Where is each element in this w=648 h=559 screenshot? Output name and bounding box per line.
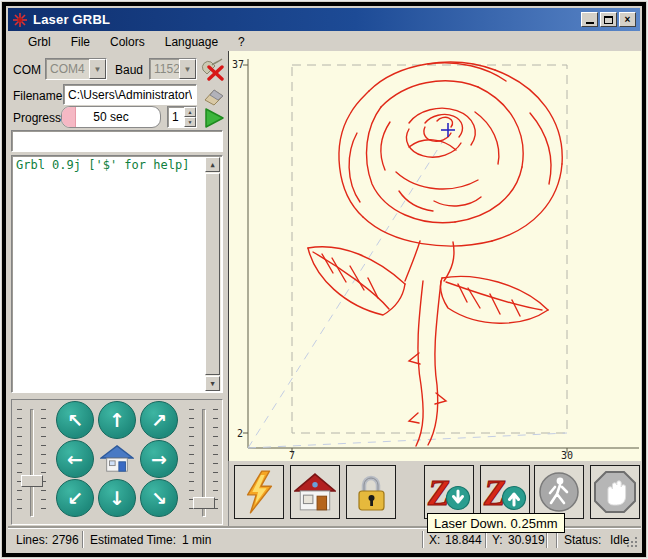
play-button[interactable] bbox=[203, 107, 225, 129]
slider-thumb[interactable] bbox=[21, 475, 43, 487]
time-value: 1 min bbox=[182, 533, 211, 547]
progress-bar: 50 sec bbox=[61, 106, 161, 128]
baud-label: Baud bbox=[115, 63, 143, 77]
lightning-icon bbox=[240, 468, 278, 516]
app-window: Laser GRBL × Grbl File Colors Language ?… bbox=[0, 0, 648, 559]
close-button[interactable]: × bbox=[619, 12, 636, 27]
window-title: Laser GRBL bbox=[33, 12, 579, 27]
slider-ticks bbox=[17, 409, 22, 509]
scroll-up-button[interactable]: ▲ bbox=[205, 157, 220, 172]
x-value: 18.844 bbox=[445, 533, 482, 547]
jog-speed-slider[interactable] bbox=[30, 409, 34, 517]
command-input[interactable] bbox=[11, 130, 223, 152]
scrollbar-thumb[interactable] bbox=[205, 173, 220, 375]
status-divider bbox=[422, 531, 424, 548]
com-label: COM bbox=[13, 63, 41, 77]
console-log[interactable]: Grbl 0.9j ['$' for help] ▲ ▼ bbox=[11, 155, 223, 393]
bounds-box bbox=[292, 65, 567, 433]
jog-home-button[interactable] bbox=[98, 440, 136, 478]
rose-artwork bbox=[308, 62, 562, 446]
spin-down-button[interactable]: ▼ bbox=[184, 117, 196, 127]
minimize-icon bbox=[586, 22, 594, 24]
slider-ticks bbox=[189, 409, 194, 509]
laser-down-button[interactable]: Z bbox=[424, 465, 474, 519]
maximize-icon bbox=[604, 16, 613, 24]
menu-bar: Grbl File Colors Language ? bbox=[8, 32, 640, 51]
preview-canvas[interactable]: 37 2 7 30 bbox=[228, 51, 641, 461]
baud-rate-value: 115200 bbox=[150, 59, 179, 79]
scroll-down-button[interactable]: ▼ bbox=[205, 376, 220, 391]
laser-app-icon bbox=[12, 12, 28, 28]
menu-colors[interactable]: Colors bbox=[100, 33, 155, 51]
minimize-button[interactable] bbox=[581, 12, 598, 27]
clear-file-button[interactable] bbox=[202, 86, 226, 106]
svg-text:Z: Z bbox=[427, 473, 450, 513]
jog-down-right-button[interactable]: ↘ bbox=[140, 479, 178, 517]
walking-person-icon bbox=[538, 471, 580, 513]
jog-down-left-button[interactable]: ↙ bbox=[56, 479, 94, 517]
progress-label: Progress bbox=[13, 111, 61, 125]
maximize-button[interactable] bbox=[600, 12, 617, 27]
status-label: Status: bbox=[564, 533, 601, 547]
slider-ticks bbox=[41, 409, 46, 509]
console-line: Grbl 0.9j ['$' for help] bbox=[12, 156, 222, 172]
passes-value: 1 bbox=[168, 107, 184, 127]
status-divider bbox=[546, 531, 548, 548]
axis-y-max: 37 bbox=[232, 59, 244, 70]
jog-right-button[interactable]: → bbox=[140, 440, 178, 478]
axis-x-min: 7 bbox=[289, 450, 295, 461]
laser-up-button[interactable]: Z bbox=[480, 465, 530, 519]
stop-button[interactable] bbox=[590, 465, 640, 519]
progress-time: 50 sec bbox=[62, 107, 160, 127]
home-icon bbox=[100, 444, 134, 474]
menu-help[interactable]: ? bbox=[228, 33, 255, 51]
stop-hand-icon bbox=[593, 470, 637, 514]
jog-down-button[interactable]: ↓ bbox=[98, 479, 136, 517]
resize-grip[interactable] bbox=[625, 535, 638, 548]
frame-run-button[interactable] bbox=[534, 465, 584, 519]
com-port-select[interactable]: COM4 ▼ bbox=[45, 58, 107, 80]
spin-up-button[interactable]: ▲ bbox=[184, 107, 196, 117]
jog-left-button[interactable]: ← bbox=[56, 440, 94, 478]
jog-up-button[interactable]: ↑ bbox=[98, 401, 136, 439]
lines-value: 2796 bbox=[52, 533, 79, 547]
title-bar[interactable]: Laser GRBL × bbox=[8, 8, 640, 31]
filename-label: Filename bbox=[13, 89, 62, 103]
filename-input[interactable] bbox=[63, 84, 197, 105]
menu-file[interactable]: File bbox=[61, 33, 100, 51]
disconnect-button[interactable] bbox=[199, 57, 225, 81]
connect-button[interactable] bbox=[234, 465, 284, 519]
console-scrollbar[interactable]: ▲ ▼ bbox=[205, 157, 221, 391]
go-home-button[interactable] bbox=[290, 465, 340, 519]
status-divider bbox=[556, 531, 558, 548]
lock-icon bbox=[351, 470, 391, 514]
unlock-button[interactable] bbox=[346, 465, 396, 519]
y-value: 30.919 bbox=[508, 533, 545, 547]
slider-thumb[interactable] bbox=[193, 497, 215, 509]
chevron-down-icon[interactable]: ▼ bbox=[89, 59, 106, 79]
slider-ticks bbox=[213, 409, 218, 509]
axis-x-max: 30 bbox=[561, 450, 573, 461]
svg-text:Z: Z bbox=[483, 473, 506, 513]
menu-language[interactable]: Language bbox=[155, 33, 228, 51]
jog-up-right-button[interactable]: ↗ bbox=[140, 401, 178, 439]
time-label: Estimated Time: bbox=[90, 533, 176, 547]
z-up-icon: Z bbox=[483, 471, 527, 513]
axis-y-min: 2 bbox=[237, 428, 243, 439]
red-x-icon bbox=[209, 67, 222, 79]
house-icon bbox=[294, 471, 336, 513]
passes-stepper[interactable]: 1 ▲ ▼ bbox=[167, 106, 197, 128]
status-divider bbox=[485, 531, 487, 548]
menu-grbl[interactable]: Grbl bbox=[18, 33, 61, 51]
chevron-down-icon[interactable]: ▼ bbox=[179, 59, 196, 79]
com-port-value: COM4 bbox=[46, 59, 89, 79]
tooltip: Laser Down. 0.25mm bbox=[427, 513, 565, 533]
x-label: X: bbox=[429, 533, 440, 547]
lines-label: Lines: bbox=[16, 533, 48, 547]
gcode-preview: 37 2 7 30 bbox=[229, 51, 642, 461]
y-label: Y: bbox=[492, 533, 503, 547]
jog-up-left-button[interactable]: ↖ bbox=[56, 401, 94, 439]
baud-rate-select[interactable]: 115200 ▼ bbox=[149, 58, 197, 80]
status-divider bbox=[82, 531, 84, 548]
z-down-icon: Z bbox=[427, 471, 471, 513]
